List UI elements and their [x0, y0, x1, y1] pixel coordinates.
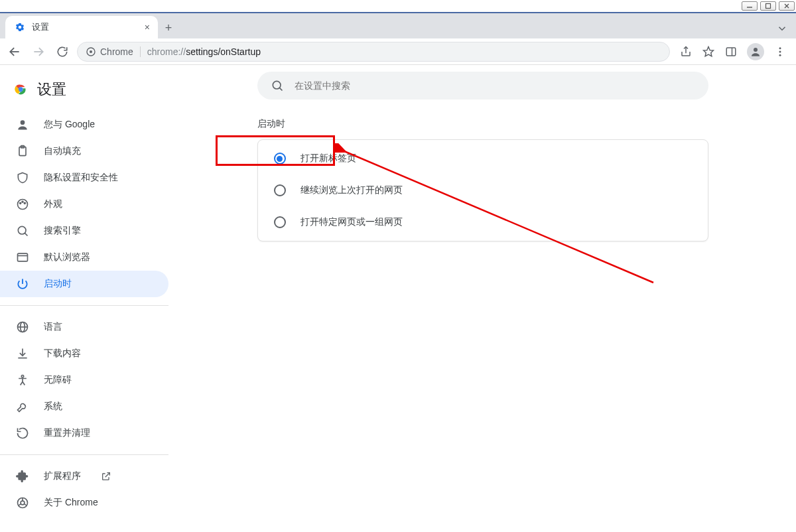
svg-point-14 [779, 50, 781, 52]
svg-rect-1 [766, 4, 771, 9]
person-icon [16, 118, 29, 131]
sidebar-item-label: 自动填充 [44, 145, 81, 157]
chrome-outline-icon [16, 496, 29, 509]
option-label: 继续浏览上次打开的网页 [300, 184, 403, 196]
site-info-icon[interactable]: Chrome [86, 46, 133, 57]
svg-point-23 [20, 202, 21, 204]
sidebar-item-on-startup[interactable]: 启动时 [0, 271, 168, 297]
sidebar-item-label: 重置并清理 [44, 427, 90, 439]
settings-sidebar: 设置 您与 Google 自动填充 隐私设置和安全性 外观 搜索引擎 [0, 65, 169, 532]
search-icon [271, 79, 284, 92]
bookmark-star-icon[interactable] [702, 45, 715, 58]
back-button[interactable] [5, 42, 24, 61]
tab-overflow-chevron[interactable] [776, 23, 796, 38]
radio-icon[interactable] [274, 216, 286, 228]
option-continue[interactable]: 继续浏览上次打开的网页 [258, 174, 708, 206]
section-title-on-startup: 启动时 [257, 118, 708, 130]
shield-icon [16, 171, 29, 184]
clipboard-icon [16, 145, 29, 158]
sidebar-item-extensions[interactable]: 扩展程序 [0, 463, 168, 490]
svg-point-34 [21, 375, 23, 377]
settings-search-input[interactable] [295, 80, 695, 91]
side-panel-icon[interactable] [724, 45, 738, 58]
sidebar-item-system[interactable]: 系统 [0, 393, 168, 420]
settings-content: 启动时 打开新标签页 继续浏览上次打开的网页 打开特定网页或一组网页 [169, 65, 796, 532]
tab-strip: 设置 × + [0, 13, 796, 38]
sidebar-item-languages[interactable]: 语言 [0, 314, 168, 340]
svg-point-36 [21, 501, 25, 505]
reload-button[interactable] [53, 42, 72, 61]
radio-icon[interactable] [274, 184, 286, 196]
window-maximize-button[interactable] [760, 1, 776, 11]
svg-point-18 [19, 88, 23, 92]
svg-line-41 [279, 88, 282, 90]
share-icon[interactable] [679, 45, 693, 58]
window-minimize-button[interactable] [742, 1, 758, 11]
sidebar-item-search-engine[interactable]: 搜索引擎 [0, 218, 168, 244]
gear-icon [13, 21, 27, 34]
url-text: chrome://settings/onStartup [147, 46, 261, 57]
on-startup-card: 打开新标签页 继续浏览上次打开的网页 打开特定网页或一组网页 [257, 139, 708, 241]
sidebar-item-about-chrome[interactable]: 关于 Chrome [0, 490, 168, 516]
sidebar-item-default-browser[interactable]: 默认浏览器 [0, 244, 168, 271]
sidebar-item-label: 外观 [44, 198, 62, 210]
svg-line-39 [24, 504, 27, 506]
sidebar-item-accessibility[interactable]: 无障碍 [0, 367, 168, 393]
svg-rect-10 [726, 48, 736, 56]
browser-icon [16, 251, 29, 264]
sidebar-item-autofill[interactable]: 自动填充 [0, 138, 168, 165]
sidebar-item-reset[interactable]: 重置并清理 [0, 420, 168, 446]
extension-icon [16, 470, 29, 483]
window-close-button[interactable] [779, 1, 795, 11]
sidebar-item-label: 下载内容 [44, 348, 81, 360]
sidebar-item-label: 系统 [44, 401, 62, 413]
os-titlebar [0, 0, 796, 13]
sidebar-item-label: 扩展程序 [44, 470, 81, 482]
sidebar-item-downloads[interactable]: 下载内容 [0, 340, 168, 367]
kebab-menu-icon[interactable] [773, 45, 787, 58]
sidebar-item-label: 隐私设置和安全性 [44, 172, 118, 184]
search-icon [16, 224, 29, 237]
sidebar-item-privacy[interactable]: 隐私设置和安全性 [0, 165, 168, 191]
sidebar-item-label: 启动时 [44, 278, 72, 290]
site-label: Chrome [100, 46, 133, 57]
svg-point-19 [21, 120, 25, 125]
palette-icon [16, 198, 29, 211]
power-icon [16, 277, 29, 291]
new-tab-button[interactable]: + [158, 17, 179, 38]
restore-icon [16, 427, 29, 440]
tab-close-icon[interactable]: × [145, 22, 150, 33]
svg-point-24 [22, 201, 23, 202]
svg-marker-9 [704, 46, 714, 56]
omnibox[interactable]: Chrome chrome://settings/onStartup [77, 42, 670, 62]
radio-icon[interactable] [274, 153, 286, 165]
browser-tab-settings[interactable]: 设置 × [5, 16, 158, 38]
svg-point-15 [779, 54, 781, 56]
sidebar-item-label: 默认浏览器 [44, 251, 90, 263]
option-new-tab[interactable]: 打开新标签页 [258, 143, 708, 174]
option-specific-pages[interactable]: 打开特定网页或一组网页 [258, 206, 708, 238]
sidebar-item-label: 搜索引擎 [44, 225, 81, 237]
profile-avatar[interactable] [747, 43, 764, 60]
wrench-icon [16, 400, 29, 413]
page-title: 设置 [0, 70, 168, 111]
sidebar-divider [0, 305, 168, 306]
svg-line-38 [19, 504, 21, 506]
svg-point-12 [754, 48, 758, 52]
tab-title: 设置 [32, 22, 49, 33]
sidebar-item-you-and-google[interactable]: 您与 Google [0, 111, 168, 138]
svg-point-25 [24, 202, 25, 204]
sidebar-item-label: 关于 Chrome [44, 497, 98, 509]
settings-search[interactable] [257, 72, 708, 100]
accessibility-icon [16, 373, 29, 387]
sidebar-item-appearance[interactable]: 外观 [0, 191, 168, 218]
chrome-logo-icon [13, 82, 28, 97]
sidebar-item-label: 无障碍 [44, 374, 72, 386]
browser-toolbar: Chrome chrome://settings/onStartup [0, 38, 796, 65]
svg-line-27 [25, 233, 27, 235]
svg-point-13 [779, 47, 781, 49]
forward-button[interactable] [29, 42, 48, 61]
open-external-icon [100, 470, 113, 483]
sidebar-item-label: 您与 Google [44, 119, 95, 131]
option-label: 打开新标签页 [300, 153, 356, 165]
